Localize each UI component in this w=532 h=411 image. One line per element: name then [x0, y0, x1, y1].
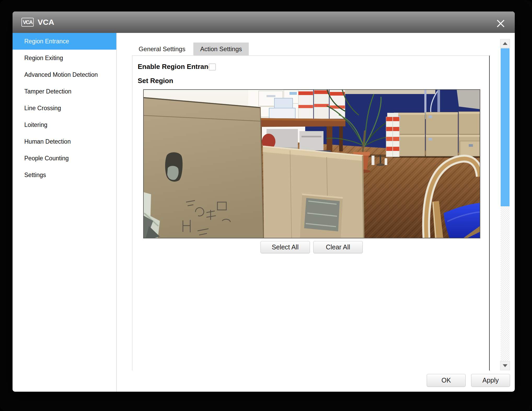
sidebar-item-region-exiting[interactable]: Region Exiting: [13, 50, 116, 66]
camera-scene: [144, 90, 480, 238]
scrollbar: [500, 39, 510, 370]
set-region-label: Set Region: [138, 77, 173, 85]
tab-action-settings[interactable]: Action Settings: [193, 43, 249, 56]
enable-region-entrance-label: Enable Region Entrance: [138, 63, 216, 71]
triangle-up-icon: [503, 42, 507, 45]
sidebar-item-human-detection[interactable]: Human Detection: [13, 133, 116, 150]
scroll-down-button[interactable]: [500, 361, 510, 370]
vca-dialog: VCA VCA Region Entrance Region Exiting A…: [13, 11, 515, 392]
sidebar-item-loitering[interactable]: Loitering: [13, 116, 116, 133]
scroll-thumb[interactable]: [501, 48, 510, 206]
titlebar: VCA VCA: [13, 11, 515, 33]
sidebar-item-line-crossing[interactable]: Line Crossing: [13, 100, 116, 116]
sidebar-item-region-entrance[interactable]: Region Entrance: [13, 33, 116, 50]
select-all-button[interactable]: Select All: [261, 241, 310, 253]
close-icon[interactable]: [496, 19, 505, 28]
vca-logo-text: VCA: [23, 19, 32, 25]
sidebar-divider: [116, 33, 117, 392]
desktop-background: VCA VCA Region Entrance Region Exiting A…: [0, 0, 532, 411]
triangle-down-icon: [503, 364, 507, 367]
sidebar-item-tamper-detection[interactable]: Tamper Detection: [13, 83, 116, 100]
camera-preview-image[interactable]: [143, 89, 480, 238]
sidebar-item-advanced-motion-detection[interactable]: Advanced Motion Detection: [13, 66, 116, 83]
settings-panel: Enable Region Entrance Set Region: [132, 55, 490, 371]
enable-region-entrance-checkbox[interactable]: [209, 63, 216, 71]
vca-logo-icon: VCA: [21, 18, 34, 27]
scroll-up-button[interactable]: [500, 39, 510, 48]
window-title: VCA: [38, 11, 54, 33]
clear-all-button[interactable]: Clear All: [313, 241, 363, 253]
tab-general-settings[interactable]: General Settings: [132, 43, 192, 56]
ok-button[interactable]: OK: [427, 374, 466, 387]
sidebar-item-people-counting[interactable]: People Counting: [13, 150, 116, 167]
apply-button[interactable]: Apply: [471, 374, 510, 387]
sidebar: Region Entrance Region Exiting Advanced …: [13, 33, 116, 392]
sidebar-item-settings[interactable]: Settings: [13, 167, 116, 183]
